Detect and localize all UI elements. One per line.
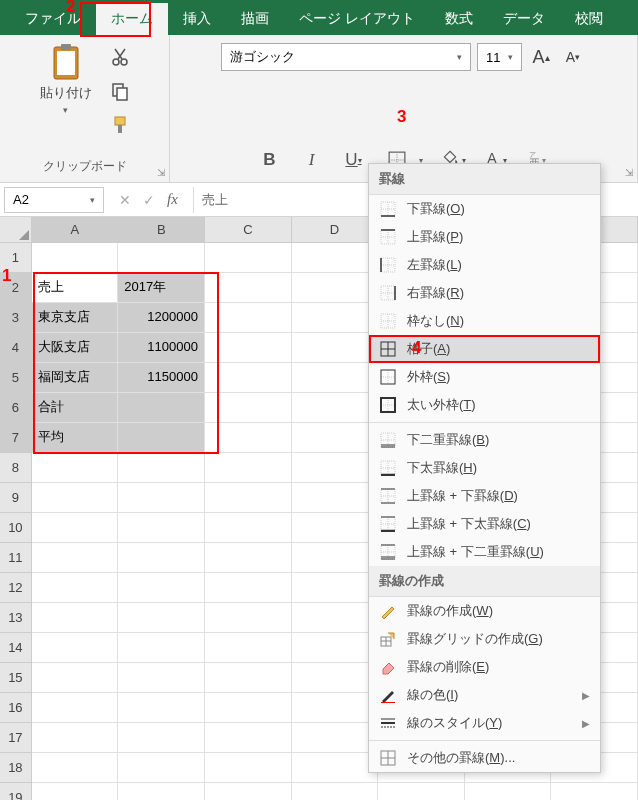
cell-D19[interactable]	[292, 783, 379, 800]
row-header-1[interactable]: 1	[0, 243, 32, 273]
cell-D10[interactable]	[292, 513, 379, 543]
enter-icon[interactable]: ✓	[143, 192, 155, 208]
row-header-7[interactable]: 7	[0, 423, 32, 453]
cell-C19[interactable]	[205, 783, 292, 800]
cell-B12[interactable]	[118, 573, 205, 603]
cell-B9[interactable]	[118, 483, 205, 513]
cell-A1[interactable]	[32, 243, 119, 273]
border-option-topbottom[interactable]: 上罫線 + 下罫線(D)	[369, 482, 600, 510]
cell-A12[interactable]	[32, 573, 119, 603]
cell-B16[interactable]	[118, 693, 205, 723]
cell-A3[interactable]: 東京支店	[32, 303, 119, 333]
increase-font-icon[interactable]: A▴	[528, 44, 554, 70]
cell-A17[interactable]	[32, 723, 119, 753]
cell-B7[interactable]	[118, 423, 205, 453]
cell-D4[interactable]	[292, 333, 379, 363]
row-header-10[interactable]: 10	[0, 513, 32, 543]
row-header-12[interactable]: 12	[0, 573, 32, 603]
border-option-left[interactable]: 左罫線(L)	[369, 251, 600, 279]
cell-A16[interactable]	[32, 693, 119, 723]
tab-数式[interactable]: 数式	[430, 3, 488, 35]
row-header-17[interactable]: 17	[0, 723, 32, 753]
row-header-19[interactable]: 19	[0, 783, 32, 800]
border-option-thick[interactable]: 太い外枠(T)	[369, 391, 600, 419]
cell-B3[interactable]: 1200000	[118, 303, 205, 333]
cell-D6[interactable]	[292, 393, 379, 423]
tab-描画[interactable]: 描画	[226, 3, 284, 35]
cell-A19[interactable]	[32, 783, 119, 800]
cell-C18[interactable]	[205, 753, 292, 783]
cell-B4[interactable]: 1100000	[118, 333, 205, 363]
tab-データ[interactable]: データ	[488, 3, 560, 35]
cut-icon[interactable]	[110, 47, 130, 67]
font-name-select[interactable]: 游ゴシック▾	[221, 43, 471, 71]
border-option-dbottom[interactable]: 下二重罫線(B)	[369, 426, 600, 454]
border-option-pen[interactable]: 線の色(I)▶	[369, 681, 600, 709]
row-header-9[interactable]: 9	[0, 483, 32, 513]
bold-button[interactable]: B	[253, 143, 287, 177]
cell-C16[interactable]	[205, 693, 292, 723]
row-header-14[interactable]: 14	[0, 633, 32, 663]
border-option-drawgrid[interactable]: 罫線グリッドの作成(G)	[369, 625, 600, 653]
cell-A5[interactable]: 福岡支店	[32, 363, 119, 393]
cell-C15[interactable]	[205, 663, 292, 693]
cell-E19[interactable]	[378, 783, 465, 800]
cell-G19[interactable]	[551, 783, 638, 800]
border-option-more[interactable]: その他の罫線(M)...	[369, 744, 600, 772]
cell-C14[interactable]	[205, 633, 292, 663]
cell-A11[interactable]	[32, 543, 119, 573]
row-header-6[interactable]: 6	[0, 393, 32, 423]
cell-C6[interactable]	[205, 393, 292, 423]
select-all-cell[interactable]	[0, 217, 32, 242]
row-header-11[interactable]: 11	[0, 543, 32, 573]
row-header-15[interactable]: 15	[0, 663, 32, 693]
col-header-C[interactable]: C	[205, 217, 292, 242]
cell-C4[interactable]	[205, 333, 292, 363]
cell-B13[interactable]	[118, 603, 205, 633]
decrease-font-icon[interactable]: A▾	[560, 44, 586, 70]
dialog-launcher-icon[interactable]: ⇲	[157, 167, 165, 178]
border-option-all[interactable]: 格子(A)	[369, 335, 600, 363]
cell-A7[interactable]: 平均	[32, 423, 119, 453]
row-header-16[interactable]: 16	[0, 693, 32, 723]
fx-icon[interactable]: fx	[167, 191, 178, 208]
cell-C12[interactable]	[205, 573, 292, 603]
row-header-5[interactable]: 5	[0, 363, 32, 393]
tab-挿入[interactable]: 挿入	[168, 3, 226, 35]
cell-A4[interactable]: 大阪支店	[32, 333, 119, 363]
cell-A9[interactable]	[32, 483, 119, 513]
cell-D16[interactable]	[292, 693, 379, 723]
col-header-A[interactable]: A	[32, 217, 119, 242]
cell-D11[interactable]	[292, 543, 379, 573]
cell-D2[interactable]	[292, 273, 379, 303]
cell-F19[interactable]	[465, 783, 552, 800]
cancel-icon[interactable]: ✕	[119, 192, 131, 208]
border-option-topthick[interactable]: 上罫線 + 下太罫線(C)	[369, 510, 600, 538]
cell-C11[interactable]	[205, 543, 292, 573]
cell-A6[interactable]: 合計	[32, 393, 119, 423]
cell-C1[interactable]	[205, 243, 292, 273]
cell-B19[interactable]	[118, 783, 205, 800]
cell-A2[interactable]: 売上	[32, 273, 119, 303]
cell-B8[interactable]	[118, 453, 205, 483]
cell-D13[interactable]	[292, 603, 379, 633]
cell-C10[interactable]	[205, 513, 292, 543]
cell-D3[interactable]	[292, 303, 379, 333]
cell-D12[interactable]	[292, 573, 379, 603]
cell-D15[interactable]	[292, 663, 379, 693]
cell-D14[interactable]	[292, 633, 379, 663]
tab-ページ レイアウト[interactable]: ページ レイアウト	[284, 3, 430, 35]
tab-ファイル[interactable]: ファイル	[10, 3, 96, 35]
cell-B6[interactable]	[118, 393, 205, 423]
cell-B15[interactable]	[118, 663, 205, 693]
border-option-erase[interactable]: 罫線の削除(E)	[369, 653, 600, 681]
cell-B17[interactable]	[118, 723, 205, 753]
cell-B2[interactable]: 2017年	[118, 273, 205, 303]
name-box[interactable]: A2▾	[4, 187, 104, 213]
cell-C7[interactable]	[205, 423, 292, 453]
cell-A15[interactable]	[32, 663, 119, 693]
row-header-13[interactable]: 13	[0, 603, 32, 633]
cell-B18[interactable]	[118, 753, 205, 783]
cell-B1[interactable]	[118, 243, 205, 273]
underline-button[interactable]: U ▾	[337, 143, 371, 177]
